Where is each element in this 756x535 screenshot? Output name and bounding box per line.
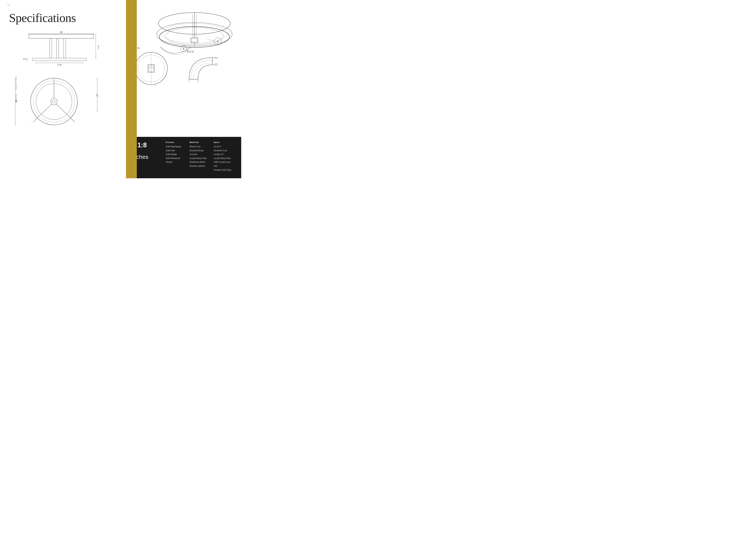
svg-rect-4 <box>29 34 94 38</box>
gold-divider <box>126 0 137 178</box>
finishes-item-1: Solid Mahogany <box>166 145 186 149</box>
right-diagrams: A B C A (1:5) <box>131 5 236 117</box>
svg-rect-66 <box>215 57 217 59</box>
finishes-item-4: Solid Redwood <box>166 156 186 160</box>
scale-value: 1:8 <box>137 141 147 149</box>
finishes-header: Finishes <box>166 141 186 143</box>
finishes-column: Finishes Solid Mahogany Solid Oak Solid … <box>164 141 188 164</box>
specs-item-5: Tunable LED Strip <box>214 168 234 172</box>
svg-line-27 <box>33 104 52 122</box>
front-view-diagram: 48 19.5 3.8 S 36 <box>18 30 94 72</box>
svg-text:19.5: 19.5 <box>97 45 99 49</box>
finishes-item-2: Solid Oak <box>166 149 186 153</box>
svg-text:24: 24 <box>15 100 18 102</box>
svg-line-38 <box>31 122 33 125</box>
svg-line-51 <box>207 40 214 41</box>
page-title: Specifications <box>9 11 119 25</box>
info-bar: scale: 1:8 units: Inches Finishes Solid … <box>126 137 241 178</box>
materials-item-4: Rotational Motor <box>190 160 210 164</box>
svg-text:48: 48 <box>60 31 63 34</box>
svg-rect-5 <box>49 38 52 58</box>
page-number-left: 34 <box>7 4 10 6</box>
specs-item-2: Pendant Cord Lenght 22" <box>214 149 234 156</box>
svg-text:S 36: S 36 <box>57 64 62 66</box>
materials-item-1: Wood Core <box>190 145 210 149</box>
left-page: 34 TEMPUS THESIS 2019 Specifications 48 <box>0 0 126 178</box>
svg-text:3.8: 3.8 <box>23 58 26 60</box>
svg-text:17: 17 <box>96 94 98 97</box>
detail-b-label: B (1:5) <box>187 50 194 53</box>
svg-point-25 <box>53 100 55 103</box>
materials-header: Materials <box>190 141 210 143</box>
svg-rect-6 <box>57 38 59 58</box>
svg-rect-8 <box>32 58 86 61</box>
svg-text:A: A <box>217 40 219 43</box>
finishes-item-3: Solid Maple <box>166 153 186 156</box>
svg-text:B: B <box>183 48 184 50</box>
svg-line-28 <box>56 104 75 122</box>
specs-column: Specs 12-24 V Pendant Cord Lenght 22" Ac… <box>212 141 236 172</box>
specs-item-1: 12-24 V <box>214 145 234 149</box>
svg-rect-7 <box>64 38 66 58</box>
materials-item-3: Acrylic/Glass Disc <box>190 156 210 160</box>
svg-rect-67 <box>215 64 217 65</box>
top-view-diagram: 24 17 <box>14 75 95 126</box>
specs-item-4: 3450 Lumens per reel <box>214 160 234 168</box>
specs-header: Specs <box>214 141 234 143</box>
svg-rect-48 <box>192 39 197 42</box>
specs-item-3: Acrylic/Glass Disc <box>214 156 234 160</box>
finishes-item-5: Veneer <box>166 160 186 164</box>
materials-column: Materials Wood Core Brushed Brass Accent… <box>188 141 212 168</box>
right-page: 35 A B <box>126 0 241 178</box>
materials-item-5: Wooden Sphere <box>190 164 210 168</box>
materials-item-2: Brushed Brass Accents <box>190 149 210 156</box>
